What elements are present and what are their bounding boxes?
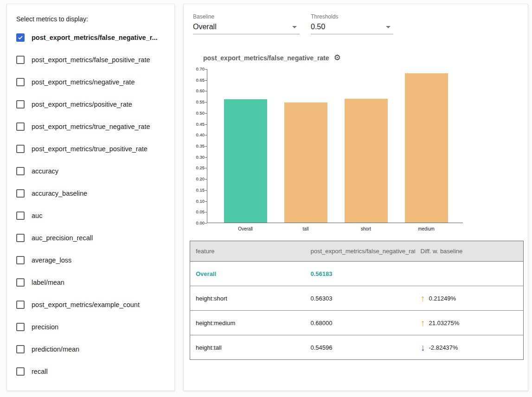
metric-list-item[interactable]: accuracy (16, 160, 165, 182)
feature-cell: height:tall (190, 335, 305, 360)
chart-title: post_export_metrics/false_negative_rate (203, 54, 329, 62)
metric-label: recall (32, 368, 48, 375)
checkbox-unchecked-icon[interactable] (16, 256, 25, 264)
fairness-visualization-panel: Baseline Overall Thresholds 0.50 post_ex… (183, 4, 528, 391)
y-axis-tick-label: 0.20 (193, 177, 205, 181)
thresholds-dropdown[interactable]: 0.50 (311, 22, 393, 34)
diff-cell: ↓-2.82437% (415, 335, 524, 360)
checkbox-unchecked-icon[interactable] (16, 301, 25, 309)
x-axis-tick-label: tall (276, 226, 336, 231)
metric-label: label/mean (32, 279, 64, 286)
checkbox-unchecked-icon[interactable] (16, 78, 25, 86)
metric-label: accuracy_baseline (32, 190, 87, 197)
metric-list-item[interactable]: post_export_metrics/false_positive_rate (16, 49, 165, 71)
y-axis-tick-mark (205, 102, 207, 102)
baseline-label: Baseline (193, 13, 300, 20)
metric-list-item[interactable]: post_export_metrics/true_positive_rate (16, 138, 165, 160)
chart-bar[interactable] (284, 102, 327, 223)
metric-list-item[interactable]: post_export_metrics/negative_rate (16, 71, 165, 93)
checkbox-unchecked-icon[interactable] (16, 345, 25, 353)
metric-list-item[interactable]: recall (16, 360, 165, 383)
column-header-metric: post_export_metrics/false_negative_rat..… (305, 241, 415, 262)
metric-label: post_export_metrics/negative_rate (32, 78, 135, 86)
checkbox-unchecked-icon[interactable] (16, 100, 25, 109)
checkbox-unchecked-icon[interactable] (16, 122, 25, 131)
metric-label: post_export_metrics/true_negative_rate (32, 123, 150, 130)
y-axis-tick-mark (205, 223, 207, 224)
diff-cell (415, 262, 524, 286)
checkbox-unchecked-icon[interactable] (16, 234, 25, 242)
baseline-control: Baseline Overall (193, 13, 300, 34)
metrics-list: post_export_metrics/false_negative_r...p… (16, 26, 165, 383)
metric-list-item[interactable]: post_export_metrics/true_negative_rate (16, 115, 165, 138)
y-axis-tick-mark (205, 124, 207, 125)
metric-list-item[interactable]: auc_precision_recall (16, 227, 165, 249)
metric-list-item[interactable]: label/mean (16, 271, 165, 294)
diff-value: -2.82437% (429, 344, 458, 351)
metric-list-item[interactable]: post_export_metrics/positive_rate (16, 93, 165, 115)
diff-value: 21.03275% (429, 320, 460, 327)
y-axis-tick-label: 0.35 (193, 144, 205, 148)
x-axis-tick-label: medium (396, 226, 456, 231)
diff-cell: ↑21.03275% (415, 311, 524, 335)
y-axis-tick-mark (205, 146, 207, 147)
settings-gear-icon[interactable]: ⚙ (334, 54, 341, 62)
y-axis-tick-label: 0.10 (193, 199, 205, 204)
down-arrow-icon: ↓ (421, 342, 425, 352)
checkbox-checked-icon[interactable] (16, 33, 25, 42)
thresholds-label: Thresholds (311, 13, 393, 20)
y-axis-tick-label: 0.15 (193, 188, 205, 192)
x-axis-tick-label: short (336, 226, 396, 231)
chart-bar[interactable] (405, 73, 448, 223)
metric-list-item[interactable]: precision (16, 316, 165, 338)
checkbox-unchecked-icon[interactable] (16, 323, 25, 331)
chart-bar[interactable] (345, 99, 388, 223)
checkbox-unchecked-icon[interactable] (16, 145, 25, 153)
table-row: height:short0.56303↑0.21249% (190, 286, 524, 311)
metric-list-item[interactable]: average_loss (16, 249, 165, 271)
metrics-table: feature post_export_metrics/false_negati… (190, 241, 524, 360)
y-axis-tick-mark (205, 113, 207, 114)
y-axis-tick-mark (205, 168, 207, 168)
checkbox-unchecked-icon[interactable] (16, 167, 25, 175)
y-axis-tick-mark (205, 179, 207, 179)
feature-cell: height:medium (190, 311, 305, 335)
metric-list-item[interactable]: prediction/mean (16, 338, 165, 360)
y-axis-tick-mark (205, 135, 207, 135)
checkbox-unchecked-icon[interactable] (16, 56, 25, 64)
feature-cell: height:short (190, 286, 305, 311)
column-header-diff: Diff. w. baseline (415, 241, 524, 262)
y-axis-tick-mark (205, 190, 207, 191)
chart-bar[interactable] (224, 99, 267, 223)
thresholds-selected-value: 0.50 (311, 23, 325, 31)
metric-list-item[interactable]: accuracy_baseline (16, 182, 165, 205)
y-axis-tick-label: 0.00 (193, 221, 205, 225)
metrics-panel-title: Select metrics to display: (16, 15, 165, 23)
metric-label: post_export_metrics/example_count (32, 301, 140, 308)
metric-list-item[interactable]: post_export_metrics/false_negative_r... (16, 26, 165, 49)
metric-selector-panel: Select metrics to display: post_export_m… (6, 4, 175, 391)
controls-row: Baseline Overall Thresholds 0.50 (193, 13, 519, 34)
baseline-dropdown[interactable]: Overall (193, 22, 300, 34)
metric-list-item[interactable]: auc (16, 205, 165, 227)
checkbox-unchecked-icon[interactable] (16, 211, 25, 220)
metric-label: auc (32, 212, 42, 219)
checkbox-unchecked-icon[interactable] (16, 278, 25, 287)
metric-value-cell: 0.56183 (305, 262, 415, 286)
checkbox-unchecked-icon[interactable] (16, 189, 25, 198)
metric-label: post_export_metrics/false_negative_r... (32, 34, 158, 41)
metric-value-cell: 0.54596 (305, 335, 415, 360)
up-arrow-icon: ↑ (421, 318, 425, 328)
y-axis-tick-label: 0.45 (193, 122, 205, 127)
diff-value: 0.21249% (429, 295, 456, 302)
checkbox-unchecked-icon[interactable] (16, 367, 25, 376)
table-row: Overall0.56183 (190, 262, 524, 286)
y-axis-tick-label: 0.70 (193, 67, 205, 71)
metric-list-item[interactable]: post_export_metrics/example_count (16, 294, 165, 316)
y-axis-tick-mark (205, 201, 207, 202)
bar-chart: 0.000.050.100.150.200.250.300.350.400.45… (193, 69, 519, 237)
metric-value-cell: 0.68000 (305, 311, 415, 335)
metric-label: accuracy (32, 167, 58, 175)
y-axis-tick-label: 0.40 (193, 133, 205, 137)
y-axis-tick-label: 0.60 (193, 89, 205, 93)
